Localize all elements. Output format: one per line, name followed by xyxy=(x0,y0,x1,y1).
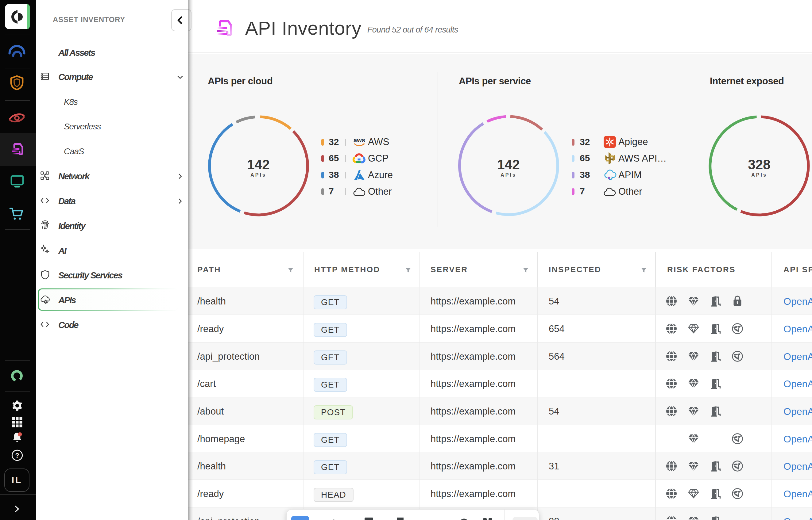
svg-text:aws: aws xyxy=(353,137,365,144)
svg-text:?: ? xyxy=(15,452,19,459)
